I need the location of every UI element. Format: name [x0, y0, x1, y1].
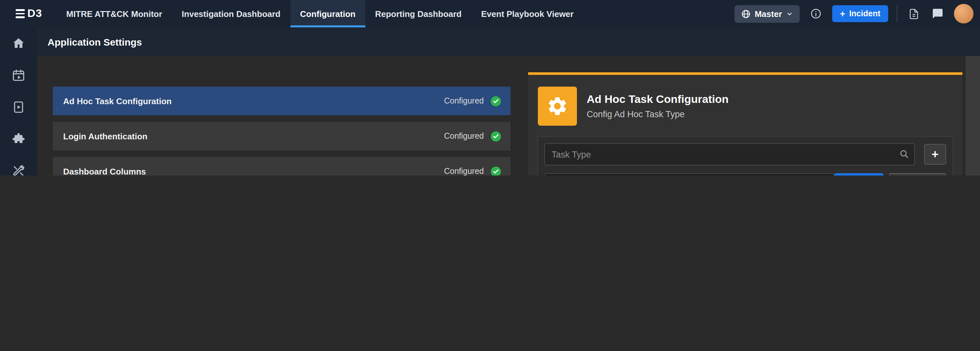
settings-item-dashboard-columns[interactable]: Dashboard Columns Configured	[53, 157, 511, 176]
configured-check-icon	[490, 130, 501, 141]
settings-item-login-authentication[interactable]: Login Authentication Configured	[53, 122, 511, 151]
integrations-icon[interactable]	[6, 132, 31, 146]
settings-list: Ad Hoc Task Configuration Configured Log…	[53, 87, 511, 176]
page-header: Application Settings	[37, 27, 980, 56]
new-incident-button[interactable]: + Incident	[832, 5, 888, 22]
topbar-divider	[897, 5, 897, 22]
configured-check-icon	[490, 166, 501, 176]
search-input-wrap	[544, 143, 915, 165]
save-button[interactable]: Save	[834, 173, 883, 176]
info-icon[interactable]	[808, 6, 824, 22]
settings-item-label: Ad Hoc Task Configuration	[63, 96, 172, 106]
detail-subtitle: Config Ad Hoc Task Type	[587, 110, 729, 119]
settings-item-label: Login Authentication	[63, 131, 148, 141]
playbook-runs-icon[interactable]	[6, 100, 31, 114]
d3-logo[interactable]: D3	[16, 7, 42, 20]
tenant-label: Master	[755, 9, 782, 19]
plus-icon: +	[840, 9, 845, 18]
home-icon[interactable]	[6, 37, 31, 50]
configured-check-icon	[490, 95, 501, 106]
document-icon[interactable]	[906, 6, 921, 22]
nav-reporting-dashboard[interactable]: Reporting Dashboard	[365, 0, 471, 27]
detail-title: Ad Hoc Task Configuration	[587, 93, 729, 106]
settings-item-label: Dashboard Columns	[63, 167, 146, 176]
vertical-scrollbar[interactable]	[966, 56, 980, 176]
chat-icon[interactable]	[930, 6, 945, 22]
utilities-icon[interactable]	[6, 164, 31, 176]
user-avatar[interactable]	[954, 4, 974, 24]
main-nav: MITRE ATT&CK Monitor Investigation Dashb…	[56, 0, 584, 27]
settings-item-status: Configured	[444, 167, 484, 176]
cancel-button[interactable]: Cancel	[889, 173, 946, 176]
task-type-card: + Save Cancel	[537, 136, 953, 176]
content-area: Ad Hoc Task Configuration Configured Log…	[37, 56, 980, 176]
page-title: Application Settings	[48, 36, 142, 47]
settings-item-status: Configured	[444, 96, 484, 105]
nav-configuration[interactable]: Configuration	[290, 0, 365, 27]
task-type-search-row: +	[544, 143, 946, 165]
detail-header-text: Ad Hoc Task Configuration Config Ad Hoc …	[587, 93, 729, 119]
new-task-type-row: Save Cancel	[544, 173, 946, 176]
search-icon	[899, 148, 910, 160]
top-navigation-bar: D3 MITRE ATT&CK Monitor Investigation Da…	[0, 0, 980, 27]
scheduled-playbooks-icon[interactable]	[6, 68, 31, 82]
task-type-search-input[interactable]	[544, 143, 915, 165]
chevron-down-icon	[786, 10, 793, 17]
settings-item-status: Configured	[444, 132, 484, 141]
new-task-type-input[interactable]	[544, 173, 834, 176]
app-window: D3 MITRE ATT&CK Monitor Investigation Da…	[0, 0, 980, 176]
detail-header: Ad Hoc Task Configuration Config Ad Hoc …	[528, 75, 963, 135]
detail-panel: Ad Hoc Task Configuration Config Ad Hoc …	[528, 72, 963, 176]
logo-bars-icon	[16, 10, 25, 18]
nav-investigation-dashboard[interactable]: Investigation Dashboard	[172, 0, 290, 27]
tenant-selector[interactable]: Master	[735, 5, 800, 22]
add-task-type-button[interactable]: +	[924, 144, 946, 165]
nav-mitre-attck-monitor[interactable]: MITRE ATT&CK Monitor	[56, 0, 172, 27]
left-icon-sidebar	[0, 27, 37, 176]
logo-text: D3	[27, 7, 42, 20]
nav-event-playbook-viewer[interactable]: Event Playbook Viewer	[471, 0, 584, 27]
gear-icon	[538, 87, 577, 125]
incident-label: Incident	[849, 9, 880, 18]
globe-icon	[741, 9, 751, 19]
settings-item-ad-hoc-task-configuration[interactable]: Ad Hoc Task Configuration Configured	[53, 87, 511, 115]
topbar-right-cluster: Master + Incident	[735, 4, 980, 24]
